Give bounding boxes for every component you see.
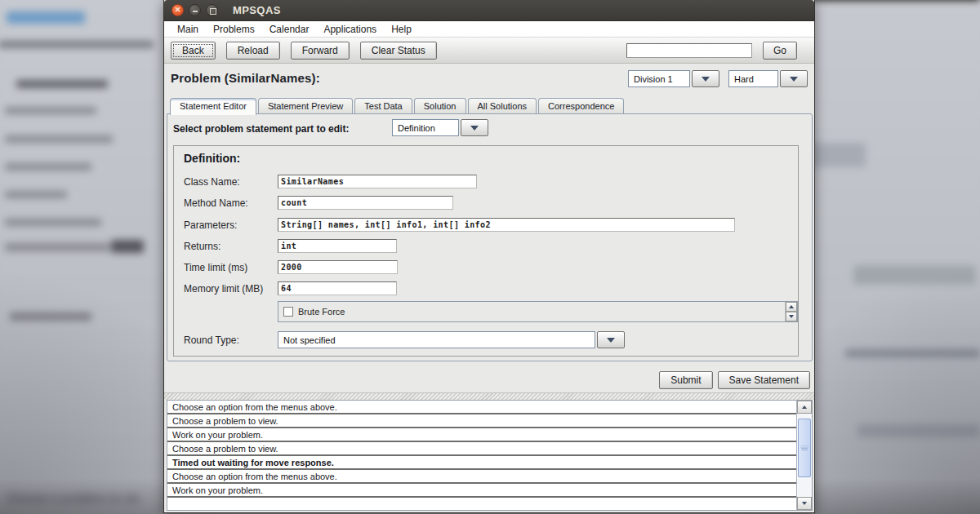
chevron-down-icon[interactable] [597,331,625,348]
log-row: Choose a problem to view. [167,414,796,428]
class-name-field[interactable] [278,175,477,188]
submit-button[interactable]: Submit [659,371,712,389]
menu-applications[interactable]: Applications [316,24,384,35]
parameters-field[interactable] [278,218,735,232]
division-value: Division 1 [628,70,690,87]
division-combobox[interactable]: Division 1 [628,70,719,87]
scrollbar-thumb[interactable] [798,419,811,477]
memory-limit-label: Memory limit (MB) [184,283,263,295]
arrow-down-icon[interactable] [786,312,797,321]
log-row: Work on your problem. [167,428,796,442]
modifiers-list: Brute Force [278,301,798,322]
split-divider[interactable] [164,392,814,400]
returns-field[interactable] [278,239,397,253]
tab-test-data[interactable]: Test Data [354,98,412,114]
time-limit-label: Time limit (ms) [184,262,247,273]
log-row: Choose an option from the menus above. [167,470,796,484]
class-name-label: Class Name: [184,176,240,188]
action-buttons: Submit Save Statement [659,371,810,389]
bg-top-right-strip [808,0,980,1]
log-row: Timed out waiting for move response. [167,456,796,470]
part-combobox[interactable]: Definition [392,119,488,136]
definition-panel: Definition: Class Name: Method Name: Par… [173,145,799,357]
method-name-field[interactable] [278,196,453,210]
tab-statement-preview[interactable]: Statement Preview [258,98,353,114]
time-limit-field[interactable] [278,260,398,274]
go-button[interactable]: Go [763,42,797,60]
chevron-down-icon[interactable] [692,70,719,87]
log-scrollbar[interactable] [796,401,812,510]
tab-bar: Statement Editor Statement Preview Test … [170,98,626,114]
chevron-down-icon[interactable] [461,119,488,136]
tab-solution[interactable]: Solution [414,98,466,114]
tab-correspondence[interactable]: Correspondence [538,98,624,114]
close-icon[interactable] [172,4,184,16]
back-button[interactable]: Back [171,42,216,60]
brute-force-label: Brute Force [298,307,345,317]
go-input[interactable] [626,43,752,58]
difficulty-combobox[interactable]: Hard [728,70,808,87]
round-type-label: Round Type: [184,335,239,346]
bg-blue-bar [7,11,85,24]
memory-limit-field[interactable] [278,281,397,295]
menu-help[interactable]: Help [384,24,419,35]
arrow-down-icon[interactable] [797,497,812,510]
modifiers-scrollbar[interactable] [785,302,797,321]
menu-main[interactable]: Main [170,24,206,35]
window-title: MPSQAS [233,4,281,16]
log-row: Choose an option from the menus above. [167,401,796,414]
arrow-up-icon[interactable] [797,401,812,414]
title-bar: MPSQAS [164,0,814,21]
forward-button[interactable]: Forward [291,42,350,60]
menu-problems[interactable]: Problems [206,24,262,35]
content-area: Problem (SimilarNames): Division 1 Hard … [164,64,814,512]
method-name-label: Method Name: [184,197,248,209]
log-row: Work on your problem. [167,484,796,498]
tab-all-solutions[interactable]: All Solutions [468,98,537,114]
brute-force-checkbox[interactable] [283,307,293,317]
bg-bottom-text: Choose a problem to vie [7,491,140,505]
round-type-combobox[interactable]: Not specified [278,331,625,348]
clear-status-button[interactable]: Clear Status [360,42,437,60]
page-title: Problem (SimilarNames): [171,71,320,85]
mpsqas-window: MPSQAS Main Problems Calendar Applicatio… [163,0,815,513]
menu-calendar[interactable]: Calendar [262,24,317,35]
chevron-down-icon[interactable] [780,70,808,87]
save-statement-button[interactable]: Save Statement [718,371,810,389]
status-log: Choose an option from the menus above. C… [167,400,813,511]
toolbar: Back Reload Forward Clear Status Go [164,38,814,64]
maximize-icon[interactable] [206,4,218,16]
minimize-icon[interactable] [189,4,201,16]
part-value: Definition [392,119,459,136]
part-select-label: Select problem statement part to edit: [173,123,349,135]
difficulty-value: Hard [728,70,778,87]
arrow-up-icon[interactable] [786,302,797,312]
parameters-label: Parameters: [184,219,237,231]
statement-editor-panel: Select problem statement part to edit: D… [167,113,813,361]
menu-bar: Main Problems Calendar Applications Help [164,21,814,38]
definition-heading: Definition: [184,152,240,165]
returns-label: Returns: [184,241,220,252]
round-type-value: Not specified [278,331,595,348]
tab-statement-editor[interactable]: Statement Editor [170,98,256,115]
reload-button[interactable]: Reload [226,42,280,60]
log-row: Choose a problem to view. [167,442,796,456]
